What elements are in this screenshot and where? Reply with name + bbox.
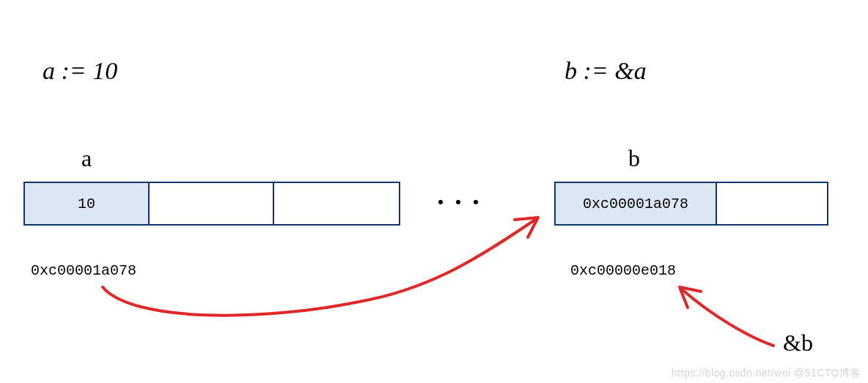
code-a-assign: a := 10 bbox=[43, 57, 117, 85]
arrow-a-to-b bbox=[103, 220, 535, 316]
arrow-ampb-to-addr bbox=[682, 289, 773, 346]
amp-b-label: &b bbox=[783, 330, 813, 357]
watermark-text: https://blog.csdn.net/wei @51CTO博客 bbox=[672, 367, 861, 380]
memory-strip-b: 0xc00001a078 bbox=[554, 182, 828, 226]
var-b-label: b bbox=[619, 145, 649, 172]
memory-cell-empty bbox=[150, 183, 274, 224]
memory-cell-empty bbox=[717, 183, 827, 224]
address-of-a: 0xc00001a078 bbox=[31, 262, 136, 279]
code-b-assign: b := &a bbox=[564, 57, 647, 85]
arrowhead-ampb-to-addr bbox=[680, 287, 701, 308]
dot-icon bbox=[438, 200, 443, 204]
arrowhead-a-to-b bbox=[515, 217, 538, 237]
memory-cell-a-value: 10 bbox=[25, 183, 150, 224]
memory-strip-a: 10 bbox=[23, 182, 400, 226]
memory-cell-b-value: 0xc00001a078 bbox=[556, 183, 717, 224]
dot-icon bbox=[456, 200, 460, 204]
var-a-label: a bbox=[72, 145, 101, 172]
ellipsis-dots bbox=[438, 200, 478, 204]
address-of-b: 0xc00000e018 bbox=[570, 262, 676, 279]
memory-cell-empty bbox=[274, 183, 399, 224]
dot-icon bbox=[474, 200, 478, 204]
